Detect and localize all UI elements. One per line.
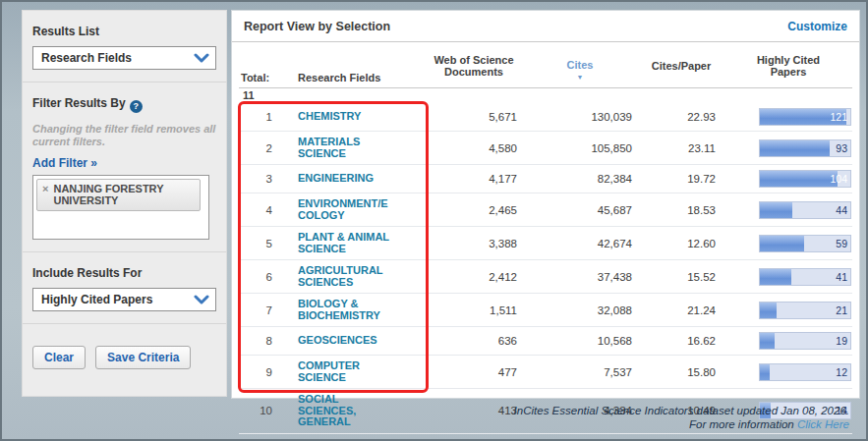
wos-documents-value: 636 bbox=[426, 335, 522, 347]
highly-cited-bar: 21 bbox=[759, 302, 851, 319]
table-row: 0 ALL FIELDS 27,956 525,666 18.80 560 bbox=[239, 433, 852, 441]
table-row: 9 COMPUTER SCIENCE 477 7,537 15.80 12 bbox=[239, 355, 852, 388]
report-panel: Report View by Selection Customize Total… bbox=[231, 10, 860, 399]
research-field-link[interactable]: PLANT & ANIMAL SCIENCE bbox=[276, 232, 426, 254]
cites-value: 45,687 bbox=[522, 204, 638, 216]
highly-cited-bar: 104 bbox=[759, 170, 851, 188]
highly-cited-bar-cell: 12 bbox=[724, 363, 852, 381]
highly-cited-value: 19 bbox=[836, 333, 847, 349]
row-rank: 10 bbox=[239, 405, 276, 416]
cites-value: 130,039 bbox=[522, 111, 638, 123]
filter-chip: × NANJING FORESTRY UNIVERSITY bbox=[36, 179, 201, 211]
filter-list-box: × NANJING FORESTRY UNIVERSITY bbox=[32, 175, 209, 240]
cites-value: 32,088 bbox=[522, 304, 638, 316]
bar-fill bbox=[760, 269, 791, 285]
row-rank: 5 bbox=[239, 238, 276, 249]
click-here-link[interactable]: Click Here bbox=[797, 418, 849, 430]
save-criteria-button[interactable]: Save Criteria bbox=[95, 346, 191, 369]
filter-chip-label: NANJING FORESTRY UNIVERSITY bbox=[53, 183, 193, 206]
cites-header-label: Cites bbox=[567, 59, 594, 71]
bar-fill bbox=[760, 303, 777, 318]
column-header-highly-cited-papers[interactable]: Highly Cited Papers bbox=[724, 54, 852, 78]
research-field-link[interactable]: ENGINEERING bbox=[276, 173, 426, 185]
highly-cited-bar-cell: 21 bbox=[724, 302, 852, 319]
dataset-footer: InCites Essential Science Indicators dat… bbox=[514, 404, 849, 431]
row-rank: 1 bbox=[239, 111, 276, 123]
clear-button[interactable]: Clear bbox=[32, 346, 86, 369]
cites-value: 82,384 bbox=[522, 173, 638, 185]
help-icon[interactable]: ? bbox=[130, 100, 143, 113]
column-header-total: Total: bbox=[239, 72, 276, 83]
cites-per-paper-value: 16.62 bbox=[638, 335, 724, 347]
highly-cited-bar-cell: 44 bbox=[724, 201, 852, 219]
highly-cited-bar: 44 bbox=[759, 201, 851, 219]
wos-documents-value: 2,465 bbox=[426, 204, 522, 216]
highly-cited-value: 12 bbox=[836, 364, 847, 380]
column-header-cites-per-paper[interactable]: Cites/Paper bbox=[638, 60, 724, 72]
highly-cited-bar: 41 bbox=[759, 268, 851, 286]
cites-per-paper-value: 21.24 bbox=[638, 304, 724, 316]
highly-cited-bar-cell: 121 bbox=[724, 108, 852, 126]
include-results-label: Include Results For bbox=[32, 262, 216, 288]
bar-fill bbox=[760, 171, 838, 187]
row-rank: 6 bbox=[239, 271, 276, 283]
include-results-section: Include Results For Highly Cited Papers bbox=[23, 252, 226, 324]
row-rank: 9 bbox=[239, 366, 276, 378]
table-row: 4 ENVIRONMENT/E COLOGY 2,465 45,687 18.5… bbox=[239, 193, 852, 226]
cites-value: 42,674 bbox=[522, 238, 638, 249]
results-list-label: Results List bbox=[32, 21, 216, 46]
highly-cited-bar: 59 bbox=[759, 235, 851, 252]
sort-descending-icon: ▼ bbox=[577, 74, 584, 81]
wos-documents-value: 5,671 bbox=[426, 111, 522, 123]
row-rank: 7 bbox=[239, 304, 276, 316]
bar-fill bbox=[760, 202, 792, 218]
column-header-wos-documents[interactable]: Web of Science Documents bbox=[426, 54, 522, 78]
filter-note: Changing the filter field removes all cu… bbox=[32, 121, 216, 154]
highly-cited-bar: 12 bbox=[759, 363, 851, 381]
cites-per-paper-value: 19.72 bbox=[638, 173, 724, 185]
chevron-down-icon bbox=[194, 52, 209, 64]
highly-cited-bar-cell: 19 bbox=[724, 332, 852, 350]
research-field-link[interactable]: GEOSCIENCES bbox=[276, 335, 426, 347]
results-table: Total: Research Fields Web of Science Do… bbox=[232, 42, 859, 441]
report-title: Report View by Selection bbox=[244, 20, 390, 33]
wos-documents-value: 4,177 bbox=[426, 173, 522, 185]
bar-fill bbox=[760, 236, 804, 251]
wos-documents-value: 4,580 bbox=[426, 142, 522, 154]
research-field-link[interactable]: CHEMISTRY bbox=[276, 111, 426, 123]
filter-results-by-text: Filter Results By bbox=[32, 96, 126, 110]
bar-fill bbox=[760, 364, 770, 380]
table-row: 7 BIOLOGY & BIOCHEMISTRY 1,511 32,088 21… bbox=[239, 293, 852, 326]
research-field-link[interactable]: BIOLOGY & BIOCHEMISTRY bbox=[276, 299, 426, 321]
table-body: 1 CHEMISTRY 5,671 130,039 22.93 121 2 MA… bbox=[239, 103, 852, 441]
cites-per-paper-value: 23.11 bbox=[638, 142, 724, 154]
wos-documents-value: 413 bbox=[426, 405, 522, 416]
button-row: Clear Save Criteria bbox=[32, 334, 216, 369]
add-filter-link[interactable]: Add Filter » bbox=[32, 154, 216, 175]
include-results-dropdown[interactable]: Highly Cited Papers bbox=[32, 288, 216, 311]
filter-results-by-label: Filter Results By? bbox=[32, 92, 216, 121]
research-field-link[interactable]: MATERIALS SCIENCE bbox=[276, 137, 426, 159]
table-row: 6 AGRICULTURAL SCIENCES 2,412 37,438 15.… bbox=[239, 259, 852, 293]
research-field-link[interactable]: SOCIAL SCIENCES, GENERAL bbox=[276, 394, 426, 428]
cites-per-paper-value: 15.52 bbox=[638, 271, 724, 283]
table-row: 1 CHEMISTRY 5,671 130,039 22.93 121 bbox=[239, 103, 852, 131]
cites-value: 105,850 bbox=[522, 142, 638, 154]
row-rank: 4 bbox=[239, 204, 276, 216]
remove-filter-icon[interactable]: × bbox=[42, 183, 48, 194]
highly-cited-value: 104 bbox=[830, 171, 847, 187]
include-results-dropdown-value: Highly Cited Papers bbox=[41, 293, 152, 306]
research-field-link[interactable]: AGRICULTURAL SCIENCES bbox=[276, 265, 426, 288]
results-list-dropdown[interactable]: Research Fields bbox=[32, 46, 216, 70]
highly-cited-bar: 19 bbox=[759, 332, 851, 350]
highly-cited-value: 121 bbox=[830, 109, 847, 125]
wos-documents-value: 1,511 bbox=[426, 304, 522, 316]
column-header-cites-sorted[interactable]: Cites ▼ bbox=[522, 47, 638, 83]
research-field-link[interactable]: COMPUTER SCIENCE bbox=[276, 360, 426, 383]
research-field-link[interactable]: ENVIRONMENT/E COLOGY bbox=[276, 198, 426, 221]
results-list-dropdown-value: Research Fields bbox=[41, 51, 132, 65]
dataset-updated-text: InCites Essential Science Indicators dat… bbox=[514, 404, 849, 417]
row-rank: 3 bbox=[239, 173, 276, 185]
cites-per-paper-value: 12.60 bbox=[638, 238, 724, 249]
customize-link[interactable]: Customize bbox=[787, 20, 847, 33]
